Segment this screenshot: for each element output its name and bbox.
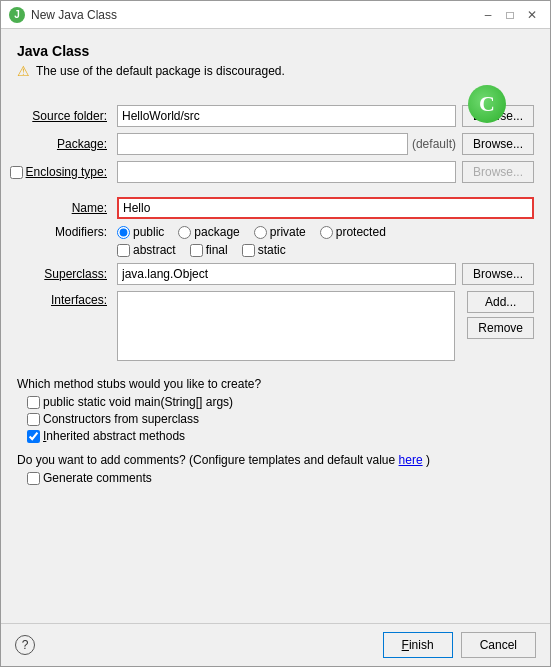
modifier-private-label: private — [270, 225, 306, 239]
superclass-row: Superclass: Browse... — [17, 263, 534, 285]
close-button[interactable]: ✕ — [522, 5, 542, 25]
enclosing-label: Enclosing type: — [26, 165, 107, 179]
modifiers-row: Modifiers: public package private — [17, 225, 534, 257]
modifier-static[interactable]: static — [242, 243, 286, 257]
stub-constructors-checkbox[interactable] — [27, 413, 40, 426]
name-input[interactable] — [117, 197, 534, 219]
title-bar-left: J New Java Class — [9, 7, 117, 23]
warning-row: ⚠ The use of the default package is disc… — [17, 63, 534, 79]
interfaces-remove-button[interactable]: Remove — [467, 317, 534, 339]
modifier-protected[interactable]: protected — [320, 225, 386, 239]
warning-icon: ⚠ — [17, 63, 30, 79]
stub-inherited-label: Inherited abstract methods — [43, 429, 185, 443]
modifier-final-label: final — [206, 243, 228, 257]
modifier-package[interactable]: package — [178, 225, 239, 239]
comments-generate-row: Generate comments — [27, 471, 534, 485]
package-default: (default) — [412, 137, 456, 151]
source-folder-row: Source folder: Browse... — [17, 105, 534, 127]
comments-configure-line: Do you want to add comments? (Configure … — [17, 453, 534, 467]
modifiers-check-group: abstract final static — [117, 243, 534, 257]
action-buttons: Finish Cancel — [383, 632, 536, 658]
enclosing-browse-button[interactable]: Browse... — [462, 161, 534, 183]
superclass-browse-button[interactable]: Browse... — [462, 263, 534, 285]
modifiers-area: public package private protected — [117, 225, 534, 257]
comments-line-text: Do you want to add comments? (Configure … — [17, 453, 395, 467]
modifier-abstract[interactable]: abstract — [117, 243, 176, 257]
comments-section: Do you want to add comments? (Configure … — [17, 453, 534, 485]
modifier-private[interactable]: private — [254, 225, 306, 239]
superclass-input[interactable] — [117, 263, 456, 285]
comments-line-end: ) — [426, 453, 430, 467]
minimize-button[interactable]: – — [478, 5, 498, 25]
interfaces-textarea[interactable] — [117, 291, 455, 361]
modifiers-radio-group: public package private protected — [117, 225, 534, 239]
header-area: Java Class ⚠ The use of the default pack… — [17, 43, 534, 91]
source-folder-input[interactable] — [117, 105, 456, 127]
interfaces-row: Interfaces: Add... Remove — [17, 291, 534, 361]
modifier-package-label: package — [194, 225, 239, 239]
eclipse-logo: C — [468, 85, 506, 123]
cancel-button[interactable]: Cancel — [461, 632, 536, 658]
modifier-protected-label: protected — [336, 225, 386, 239]
package-input[interactable] — [117, 133, 408, 155]
comments-generate-label: Generate comments — [43, 471, 152, 485]
comments-generate-checkbox[interactable] — [27, 472, 40, 485]
warning-text: The use of the default package is discou… — [36, 64, 285, 78]
stub-inherited-item[interactable]: Inherited abstract methods — [27, 429, 534, 443]
modifier-public[interactable]: public — [117, 225, 164, 239]
name-row: Name: — [17, 197, 534, 219]
maximize-button[interactable]: □ — [500, 5, 520, 25]
interfaces-buttons: Add... Remove — [461, 291, 534, 339]
modifier-public-radio[interactable] — [117, 226, 130, 239]
modifier-static-label: static — [258, 243, 286, 257]
title-controls: – □ ✕ — [478, 5, 542, 25]
title-bar: J New Java Class – □ ✕ — [1, 1, 550, 29]
finish-button[interactable]: Finish — [383, 632, 453, 658]
dialog-content: Java Class ⚠ The use of the default pack… — [1, 29, 550, 623]
title-icon: J — [9, 7, 25, 23]
modifier-package-radio[interactable] — [178, 226, 191, 239]
stubs-title: Which method stubs would you like to cre… — [17, 377, 534, 391]
modifier-public-label: public — [133, 225, 164, 239]
enclosing-type-input[interactable] — [117, 161, 456, 183]
section-title: Java Class — [17, 43, 534, 59]
superclass-label: Superclass: — [17, 267, 117, 281]
window-title: New Java Class — [31, 8, 117, 22]
stub-main-checkbox[interactable] — [27, 396, 40, 409]
footer-bar: ? Finish Cancel — [1, 623, 550, 666]
help-button[interactable]: ? — [15, 635, 35, 655]
stubs-section: Which method stubs would you like to cre… — [17, 377, 534, 443]
modifier-final[interactable]: final — [190, 243, 228, 257]
enclosing-type-checkbox[interactable] — [10, 166, 23, 179]
interfaces-add-button[interactable]: Add... — [467, 291, 534, 313]
modifier-abstract-label: abstract — [133, 243, 176, 257]
stub-constructors-label: Constructors from superclass — [43, 412, 199, 426]
stub-main-item[interactable]: public static void main(String[] args) — [27, 395, 534, 409]
modifier-abstract-checkbox[interactable] — [117, 244, 130, 257]
finish-label: Finish — [402, 638, 434, 652]
dialog-window: J New Java Class – □ ✕ Java Class ⚠ The … — [0, 0, 551, 667]
stub-inherited-checkbox[interactable] — [27, 430, 40, 443]
modifier-private-radio[interactable] — [254, 226, 267, 239]
modifier-final-checkbox[interactable] — [190, 244, 203, 257]
modifiers-label: Modifiers: — [17, 225, 117, 239]
name-label: Name: — [17, 201, 117, 215]
comments-link[interactable]: here — [399, 453, 423, 467]
package-label: Package: — [17, 137, 117, 151]
stub-constructors-item[interactable]: Constructors from superclass — [27, 412, 534, 426]
interfaces-label: Interfaces: — [17, 291, 117, 307]
stubs-checks: public static void main(String[] args) C… — [27, 395, 534, 443]
source-folder-label: Source folder: — [17, 109, 117, 123]
spacer — [17, 189, 534, 197]
package-row: Package: (default) Browse... — [17, 133, 534, 155]
stub-main-label: public static void main(String[] args) — [43, 395, 233, 409]
package-browse-button[interactable]: Browse... — [462, 133, 534, 155]
comments-generate-item[interactable]: Generate comments — [27, 471, 534, 485]
modifier-static-checkbox[interactable] — [242, 244, 255, 257]
enclosing-type-row: Enclosing type: Browse... — [17, 161, 534, 183]
modifier-protected-radio[interactable] — [320, 226, 333, 239]
